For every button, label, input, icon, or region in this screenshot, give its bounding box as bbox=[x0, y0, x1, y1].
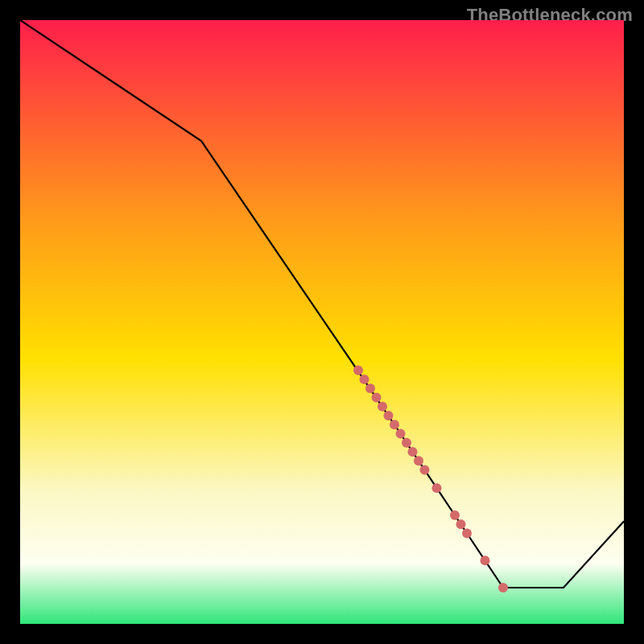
highlight-dot bbox=[378, 402, 387, 411]
highlight-dot bbox=[462, 529, 472, 539]
highlight-dot bbox=[498, 583, 508, 592]
highlight-dot bbox=[408, 447, 418, 456]
highlight-dot bbox=[456, 519, 466, 529]
chart-frame: TheBottleneck.com bbox=[0, 0, 644, 644]
highlight-dot bbox=[353, 365, 363, 375]
highlight-dot bbox=[402, 438, 411, 448]
highlight-dot bbox=[390, 420, 399, 430]
highlight-dot bbox=[360, 374, 369, 384]
highlight-dot bbox=[365, 384, 375, 394]
highlight-dot bbox=[420, 465, 430, 475]
highlight-dot bbox=[396, 429, 406, 439]
gradient-background bbox=[20, 20, 624, 624]
highlight-dot bbox=[372, 393, 382, 402]
chart-svg bbox=[20, 20, 624, 624]
highlight-dot bbox=[414, 456, 423, 466]
highlight-dot bbox=[481, 555, 490, 565]
plot-area bbox=[20, 20, 624, 624]
highlight-dot bbox=[450, 510, 460, 520]
highlight-dot bbox=[432, 483, 442, 493]
highlight-dot bbox=[384, 411, 394, 420]
